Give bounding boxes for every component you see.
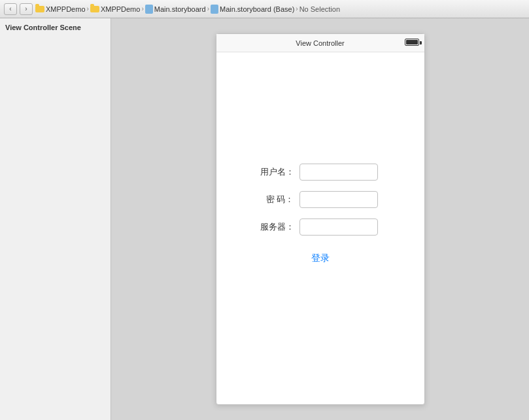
battery-icon [405, 39, 419, 46]
forward-icon: › [25, 5, 27, 12]
username-row: 用户名： [248, 164, 392, 181]
login-button[interactable]: 登录 [311, 253, 330, 264]
password-input[interactable] [299, 191, 378, 208]
password-row: 密 码： [248, 191, 392, 208]
back-button[interactable]: ‹ [4, 3, 17, 15]
breadcrumb-item-5: No Selection [299, 5, 340, 13]
iphone-mockup: View Controller 用户名： 密 码： 服务器： [216, 33, 425, 405]
sidebar-header: View Controller Scene [0, 21, 111, 34]
storyboard-icon-2 [211, 5, 218, 14]
toolbar: ‹ › XMPPDemo › XMPPDemo › Main.storyboar… [0, 0, 529, 18]
breadcrumb-item-2[interactable]: XMPPDemo [101, 5, 141, 13]
breadcrumb-item-4[interactable]: Main.storyboard (Base) [220, 5, 294, 13]
breadcrumb-sep-2: › [141, 5, 143, 12]
iphone-content: 用户名： 密 码： 服务器： 登录 [216, 150, 424, 277]
breadcrumb-item-1[interactable]: XMPPDemo [46, 5, 86, 13]
server-row: 服务器： [248, 219, 392, 236]
canvas-area[interactable]: View Controller 用户名： 密 码： 服务器： [111, 18, 529, 420]
back-icon: ‹ [9, 5, 11, 12]
battery-fill [406, 40, 418, 44]
breadcrumb-sep-3: › [207, 5, 209, 12]
sidebar: View Controller Scene [0, 18, 111, 420]
view-controller-header: View Controller [216, 34, 424, 52]
storyboard-icon-1 [145, 5, 153, 14]
folder-icon-1 [35, 6, 44, 12]
password-label: 密 码： [248, 194, 294, 205]
server-label: 服务器： [248, 221, 294, 233]
breadcrumb-sep-4: › [296, 5, 298, 12]
view-controller-title: View Controller [296, 39, 344, 47]
breadcrumb-item-3[interactable]: Main.storyboard [154, 5, 206, 13]
username-input[interactable] [299, 164, 378, 181]
username-label: 用户名： [248, 166, 294, 178]
folder-icon-2 [90, 6, 99, 12]
forward-button[interactable]: › [20, 3, 33, 15]
breadcrumb-sep-1: › [87, 5, 89, 12]
breadcrumb: XMPPDemo › XMPPDemo › Main.storyboard › … [35, 5, 340, 14]
server-input[interactable] [299, 219, 378, 236]
main-layout: View Controller Scene View Controller 用户… [0, 18, 529, 420]
